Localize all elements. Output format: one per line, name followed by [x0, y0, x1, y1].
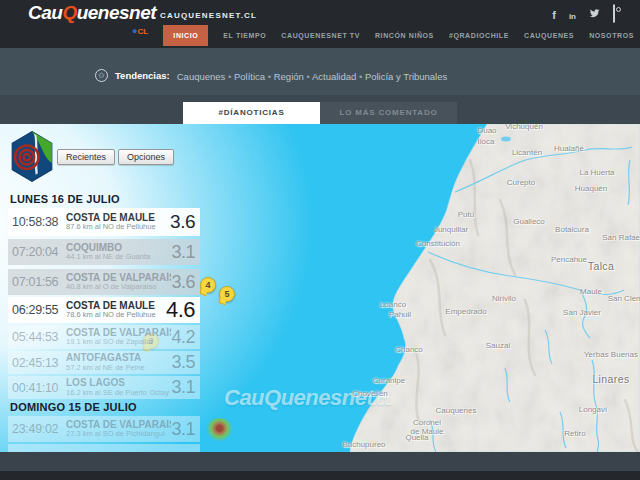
- map-label-la-huerta: La Huerta: [579, 168, 614, 177]
- nav-item-cauquenesnet-tv[interactable]: CAUQUENESNET TV: [281, 25, 360, 46]
- quake-magnitude: 3.1: [171, 242, 195, 263]
- opciones-button[interactable]: Opciones: [118, 149, 174, 165]
- nav-item--qradiochile[interactable]: #QRADIOCHILE: [449, 25, 509, 46]
- footer-bottom-bar: [0, 471, 640, 480]
- trending-item-cauquenes[interactable]: Cauquenes: [177, 71, 228, 82]
- nav-item-rinc-n-ni-os[interactable]: RINCÓN NIÑOS: [375, 25, 434, 46]
- map-label-sauzal: Sauzal: [486, 341, 510, 350]
- twitter-icon[interactable]: [589, 5, 600, 23]
- trending-item-actualidad[interactable]: Actualidad: [312, 71, 359, 82]
- map-label-constituci-n: Constitución: [416, 239, 460, 248]
- trending-label: Tendencias:: [115, 70, 170, 81]
- site-logo[interactable]: CauQuenesnet ●CL: [28, 2, 156, 32]
- quake-row[interactable]: 10:58:38COSTA DE MAULE87.6 km al NO de P…: [8, 208, 200, 236]
- quake-location: COSTA DE MAULE87.6 km al NO de Pelluhue: [66, 212, 170, 232]
- page: CauQuenesnet.CL DuaoIlocaVichuquénLicant…: [0, 0, 640, 480]
- map-label-licant-n: Licantén: [512, 148, 542, 157]
- map-label-nirivilo: Nirivilo: [492, 294, 516, 303]
- map-label-huaqu-n: Huaquén: [575, 184, 607, 193]
- social-icons: fin: [552, 8, 628, 20]
- quake-region: COSTA DE MAULE: [66, 212, 170, 224]
- quake-date-header: DOMINGO 15 DE JULIO: [10, 401, 200, 413]
- map-label-duao: Duao: [477, 126, 496, 135]
- quake-region: COSTA DE VALPARAÍSO: [66, 419, 171, 431]
- map-label-botalcura: Botalcura: [555, 225, 589, 234]
- map-label-quella: Quella: [405, 433, 428, 442]
- map-label-san-rafael: San Rafael: [602, 233, 640, 242]
- map-label-curanipe: Curanipe: [373, 376, 405, 385]
- map-label-yerbas-buenas: Yerbas Buenas: [584, 350, 638, 359]
- map-label-longav-: Longaví: [579, 405, 607, 414]
- map-label-san-clemente: San Clemente: [608, 294, 640, 303]
- instagram-icon[interactable]: [613, 5, 615, 23]
- quake-row[interactable]: 05:44:53COSTA DE VALPARAÍSO19.1 km al SO…: [8, 325, 200, 349]
- quake-time: 02:45:13: [12, 356, 66, 370]
- map-label-chanco: Chanco: [395, 345, 423, 354]
- quake-distance: 19.1 km al SO de Zapallar: [66, 338, 171, 347]
- trending-item-polic-a-y-tribunales[interactable]: Policía y Tribunales: [365, 71, 447, 82]
- quake-marker-4[interactable]: 4: [200, 277, 216, 293]
- facebook-icon[interactable]: f: [552, 5, 556, 23]
- quake-time: 07:20:04: [12, 245, 66, 259]
- map-label-junquillar: Junquillar: [434, 225, 468, 234]
- map-label-san-javier: San Javier: [563, 308, 601, 317]
- quake-row[interactable]: 07:01:56COSTA DE VALPARAÍSO40.8 km al O …: [8, 269, 200, 295]
- map-label-maule: Maule: [580, 287, 602, 296]
- quake-location: LOS LAGOS16.2 km al SE de Puerto Octay: [66, 377, 171, 397]
- quake-distance: 87.6 km al NO de Pelluhue: [66, 223, 170, 232]
- map-label-huala-: Hualañé: [554, 144, 584, 153]
- quake-row[interactable]: 06:29:55COSTA DE MAULE78.6 km al NO de P…: [8, 297, 200, 323]
- nav-item-el-tiempo[interactable]: EL TIEMPO: [223, 25, 266, 46]
- nav-item-inicio[interactable]: INICIO: [163, 25, 208, 46]
- quake-time: 23:49:02: [12, 422, 66, 436]
- quake-magnitude: 4.6: [166, 297, 195, 323]
- quake-row[interactable]: 02:45:13ANTOFAGASTA57.2 km al NE de Pein…: [8, 351, 200, 374]
- footer-bar: [0, 452, 640, 471]
- site-header: CauQuenesnet ●CL CAUQUENESNET.CL fin INI…: [0, 0, 640, 48]
- tab-lo-m-s-comentado[interactable]: LO MÁS COMENTADO: [320, 102, 457, 124]
- quake-location: COSTA DE MAULE78.6 km al NO de Pelluhue: [66, 300, 166, 320]
- map-label-chovell-n: Chovellén: [352, 389, 388, 398]
- quake-time: 00:41:10: [12, 381, 66, 395]
- trending-item-regi-n[interactable]: Región: [274, 71, 307, 82]
- quake-marker-5[interactable]: 5: [219, 286, 235, 302]
- quake-time: 10:58:38: [12, 215, 66, 229]
- quake-row[interactable]: ANTOFAGASTA: [8, 444, 200, 452]
- nav-item-nosotros[interactable]: NOSOTROS: [589, 25, 634, 46]
- linkedin-icon[interactable]: in: [569, 5, 576, 23]
- map-canvas[interactable]: CauQuenesnet.CL DuaoIlocaVichuquénLicant…: [0, 124, 640, 452]
- quake-row[interactable]: 23:49:02COSTA DE VALPARAÍSO27.3 km al SO…: [8, 416, 200, 442]
- quake-heatmap-blob: [206, 418, 233, 441]
- nav-item-cauquenes[interactable]: CAUQUENES: [524, 25, 574, 46]
- quake-distance: 44.1 km al NE de Guanta: [66, 253, 171, 262]
- quake-magnitude: 3.5: [171, 352, 195, 373]
- trending-star-icon: ✩: [95, 69, 108, 82]
- quake-magnitude: 3.1: [171, 377, 195, 398]
- quake-time: 06:29:55: [12, 303, 66, 317]
- tab--d-anoticias[interactable]: #DÍANOTICIAS: [183, 102, 320, 124]
- quake-location: COSTA DE VALPARAÍSO27.3 km al SO de Pich…: [66, 419, 171, 439]
- map-label-talca: Talca: [588, 260, 615, 272]
- map-label-curepto: Curepto: [507, 178, 535, 187]
- tab-strip: #DÍANOTICIASLO MÁS COMENTADO: [0, 95, 640, 124]
- quake-magnitude: 4.2: [171, 327, 195, 348]
- map-label-iloca: Iloca: [478, 137, 495, 146]
- quake-distance: 16.2 km al SE de Puerto Octay: [66, 389, 171, 398]
- map-label-cauquenes: Cauquenes: [436, 406, 477, 415]
- site-label: CAUQUENESNET.CL: [160, 11, 257, 20]
- quake-distance: 57.2 km al NE de Peine: [66, 364, 171, 373]
- quake-row[interactable]: 07:20:04COQUIMBO44.1 km al NE de Guanta3…: [8, 239, 200, 265]
- map-label-retiro: Retiro: [564, 429, 585, 438]
- quake-magnitude: 3.6: [170, 211, 195, 233]
- quake-region: COSTA DE VALPARAÍSO: [66, 272, 171, 284]
- map-label-pencahue: Pencahue: [551, 255, 587, 264]
- trending-bar: ✩ Tendencias: Cauquenes • Política • Reg…: [0, 48, 640, 95]
- quake-region: ANTOFAGASTA: [66, 352, 171, 364]
- map-label-put-: Putú: [458, 210, 474, 219]
- quake-row[interactable]: 00:41:10LOS LAGOS16.2 km al SE de Puerto…: [8, 376, 200, 399]
- trending-item-pol-tica[interactable]: Política: [234, 71, 268, 82]
- quake-distance: 27.3 km al SO de Pichidangui: [66, 430, 171, 439]
- recientes-button[interactable]: Recientes: [57, 149, 115, 165]
- quake-distance: 40.8 km al O de Valparaíso: [66, 283, 171, 292]
- map-label-loanco: Loanco: [380, 300, 406, 309]
